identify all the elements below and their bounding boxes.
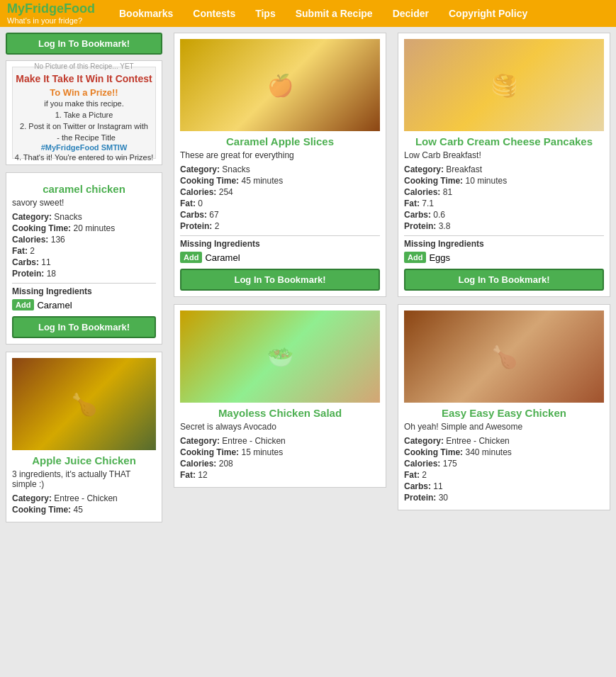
- low-carb-pancakes-missing-label: Missing Ingredients: [404, 235, 604, 249]
- caramel-chicken-calories: Calories: 136: [12, 235, 156, 245]
- left-column: Log In To Bookmark! No Picture of this R…: [0, 27, 168, 535]
- caramel-chicken-cooking-time: Cooking Time: 20 minutes: [12, 223, 156, 233]
- mayoless-chicken-salad-card: 🥗 Mayoless Chicken Salad Secret is alway…: [174, 304, 386, 488]
- contest-step-5: 4. That's it! You're entered to win Priz…: [15, 153, 153, 162]
- caramel-chicken-protein: Protein: 18: [12, 269, 156, 279]
- mayoless-chicken-salad-fat: Fat: 12: [180, 470, 380, 480]
- low-carb-pancakes-bookmark-button[interactable]: Log In To Bookmark!: [404, 269, 604, 291]
- easy-chicken-category: Category: Entree - Chicken: [404, 436, 604, 446]
- caramel-chicken-missing-label: Missing Ingredients: [12, 283, 156, 296]
- easy-chicken-carbs: Carbs: 11: [404, 481, 604, 491]
- low-carb-pancakes-missing-row: Add Eggs: [404, 252, 604, 263]
- mayoless-chicken-salad-image: 🥗: [180, 310, 380, 403]
- easy-chicken-calories: Calories: 175: [404, 459, 604, 469]
- caramel-apple-slices-bookmark-button[interactable]: Log In To Bookmark!: [180, 269, 380, 291]
- low-carb-pancakes-image: 🥞: [404, 39, 604, 131]
- apple-juice-chicken-category: Category: Entree - Chicken: [12, 493, 156, 503]
- easy-chicken-cooking-time: Cooking Time: 340 minutes: [404, 447, 604, 457]
- contest-step-1: if you make this recipe.: [44, 99, 124, 108]
- caramel-apple-slices-fat: Fat: 0: [180, 198, 380, 208]
- header: MyFridgeFood What's in your fridge? Book…: [0, 0, 616, 27]
- mayoless-chicken-salad-category: Category: Entree - Chicken: [180, 436, 380, 446]
- nav-tips[interactable]: Tips: [245, 0, 286, 27]
- contest-step-2: 1. Take a Picture: [55, 111, 113, 119]
- apple-juice-chicken-title[interactable]: Apple Juice Chicken: [12, 454, 156, 466]
- easy-chicken-desc: Oh yeah! Simple and Awesome: [404, 422, 604, 432]
- caramel-apple-slices-add-button[interactable]: Add: [180, 252, 202, 263]
- no-picture-text: No Picture of this Recipe... YET: [34, 62, 133, 70]
- caramel-apple-slices-image: 🍎: [180, 39, 380, 131]
- nav-contests[interactable]: Contests: [183, 0, 245, 27]
- caramel-apple-slices-missing-row: Add Caramel: [180, 252, 380, 263]
- contest-card: No Picture of this Recipe... YET Make It…: [6, 60, 162, 165]
- apple-juice-chicken-cooking-time: Cooking Time: 45: [12, 505, 156, 515]
- right-column: 🥞 Low Carb Cream Cheese Pancakes Low Car…: [392, 27, 616, 535]
- caramel-apple-slices-protein: Protein: 2: [180, 221, 380, 231]
- apple-juice-chicken-card: 🍗 Apple Juice Chicken 3 ingredients, it'…: [6, 352, 162, 522]
- logo-title[interactable]: MyFridgeFood: [7, 2, 95, 16]
- low-carb-pancakes-protein: Protein: 3.8: [404, 221, 604, 231]
- contest-subtitle: To Win a Prize!!: [50, 87, 118, 98]
- contest-step-4: - the Recipe Title: [52, 133, 116, 142]
- caramel-chicken-category: Category: Snacks: [12, 212, 156, 222]
- nav-decider[interactable]: Decider: [383, 0, 439, 27]
- mayoless-chicken-salad-title[interactable]: Mayoless Chicken Salad: [180, 407, 380, 419]
- center-column: 🍎 Caramel Apple Slices These are great f…: [168, 27, 392, 535]
- caramel-apple-slices-category: Category: Snacks: [180, 164, 380, 174]
- caramel-apple-slices-calories: Calories: 254: [180, 187, 380, 197]
- low-carb-pancakes-carbs: Carbs: 0.6: [404, 210, 604, 220]
- mayoless-chicken-salad-desc: Secret is always Avocado: [180, 422, 380, 432]
- easy-chicken-title[interactable]: Easy Easy Easy Chicken: [404, 407, 604, 419]
- main-nav: Bookmarks Contests Tips Submit a Recipe …: [109, 0, 537, 27]
- content-area: Log In To Bookmark! No Picture of this R…: [0, 27, 616, 535]
- nav-copyright-policy[interactable]: Copyright Policy: [439, 0, 537, 27]
- caramel-chicken-bookmark-button[interactable]: Log In To Bookmark!: [12, 316, 156, 338]
- contest-step-3: 2. Post it on Twitter or Instagram with: [20, 122, 148, 130]
- caramel-chicken-carbs: Carbs: 11: [12, 257, 156, 267]
- caramel-chicken-desc: savory sweet!: [12, 198, 156, 208]
- caramel-chicken-card: caramel chicken savory sweet! Category: …: [6, 172, 162, 345]
- caramel-apple-slices-title[interactable]: Caramel Apple Slices: [180, 135, 380, 147]
- caramel-apple-slices-missing-label: Missing Ingredients: [180, 235, 380, 249]
- contest-title: Make It Take It Win It Contest: [16, 73, 152, 84]
- logo-subtitle: What's in your fridge?: [7, 16, 95, 25]
- low-carb-pancakes-missing-ingredient: Eggs: [429, 252, 450, 263]
- easy-chicken-card: 🍗 Easy Easy Easy Chicken Oh yeah! Simple…: [398, 304, 610, 510]
- logo-area: MyFridgeFood What's in your fridge?: [7, 2, 95, 25]
- low-carb-pancakes-calories: Calories: 81: [404, 187, 604, 197]
- low-carb-pancakes-add-button[interactable]: Add: [404, 252, 426, 263]
- caramel-apple-slices-carbs: Carbs: 67: [180, 210, 380, 220]
- low-carb-pancakes-category: Category: Breakfast: [404, 164, 604, 174]
- top-bookmark-button[interactable]: Log In To Bookmark!: [6, 33, 162, 55]
- caramel-chicken-missing-ingredient: Caramel: [37, 300, 72, 310]
- caramel-apple-slices-desc: These are great for everything: [180, 150, 380, 160]
- low-carb-pancakes-desc: Low Carb Breakfast!: [404, 150, 604, 160]
- caramel-apple-slices-cooking-time: Cooking Time: 45 minutes: [180, 176, 380, 186]
- caramel-chicken-missing-row: Add Caramel: [12, 299, 156, 310]
- contest-hashtag: #MyFridgeFood SMTIW: [41, 143, 128, 152]
- easy-chicken-protein: Protein: 30: [404, 493, 604, 503]
- caramel-chicken-fat: Fat: 2: [12, 246, 156, 256]
- nav-bookmarks[interactable]: Bookmarks: [109, 0, 183, 27]
- easy-chicken-fat: Fat: 2: [404, 470, 604, 480]
- easy-chicken-image: 🍗: [404, 310, 604, 403]
- mayoless-chicken-salad-calories: Calories: 208: [180, 459, 380, 469]
- apple-juice-chicken-image: 🍗: [12, 358, 156, 450]
- low-carb-pancakes-fat: Fat: 7.1: [404, 198, 604, 208]
- low-carb-pancakes-title[interactable]: Low Carb Cream Cheese Pancakes: [404, 135, 604, 147]
- low-carb-pancakes-card: 🥞 Low Carb Cream Cheese Pancakes Low Car…: [398, 33, 610, 297]
- caramel-apple-slices-missing-ingredient: Caramel: [205, 252, 240, 263]
- caramel-chicken-title[interactable]: caramel chicken: [12, 183, 156, 195]
- caramel-chicken-add-button[interactable]: Add: [12, 299, 34, 310]
- caramel-apple-slices-card: 🍎 Caramel Apple Slices These are great f…: [174, 33, 386, 297]
- contest-image: No Picture of this Recipe... YET Make It…: [12, 67, 156, 159]
- apple-juice-chicken-desc: 3 ingredients, it's actually THAT simple…: [12, 469, 156, 489]
- nav-submit-recipe[interactable]: Submit a Recipe: [286, 0, 383, 27]
- low-carb-pancakes-cooking-time: Cooking Time: 10 minutes: [404, 176, 604, 186]
- mayoless-chicken-salad-cooking-time: Cooking Time: 15 minutes: [180, 447, 380, 457]
